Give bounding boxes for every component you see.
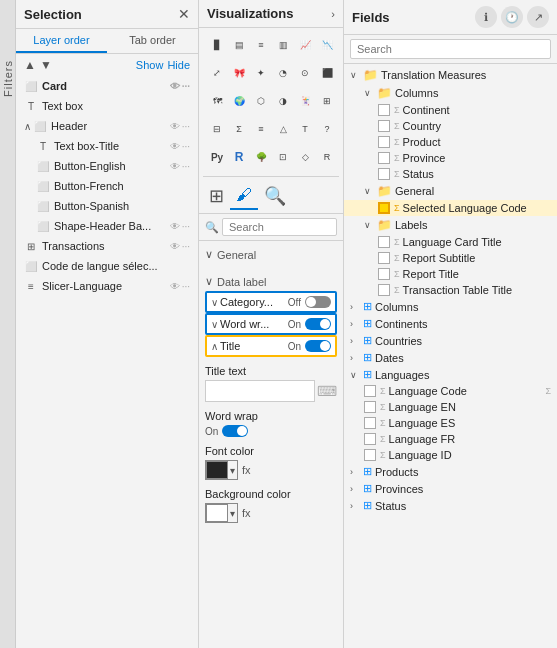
viz-py-icon[interactable]: Py: [207, 147, 227, 167]
list-item[interactable]: Σ Language Card Title: [344, 234, 557, 250]
field-checkbox[interactable]: [378, 284, 390, 296]
viz-table-icon[interactable]: ⊞: [317, 91, 337, 111]
list-item[interactable]: ∧ ⬜ Header 👁 ···: [16, 116, 198, 136]
list-item[interactable]: Σ Status: [344, 166, 557, 182]
tree-group-labels[interactable]: ∨ 📁 Labels: [344, 216, 557, 234]
tree-group-countries[interactable]: › ⊞ Countries: [344, 332, 557, 349]
viz-map-icon[interactable]: 🗺: [207, 91, 227, 111]
wordwrap-toggle-track[interactable]: [305, 318, 331, 330]
list-item[interactable]: Σ Language EN: [344, 399, 557, 415]
viz-pie-icon[interactable]: ◔: [273, 63, 293, 83]
tree-group-columns[interactable]: ∨ 📁 Columns: [344, 84, 557, 102]
tree-group-languages[interactable]: ∨ ⊞ Languages: [344, 366, 557, 383]
viz-paginated-icon[interactable]: R: [317, 147, 337, 167]
move-up-button[interactable]: ▲: [24, 58, 36, 72]
history-button[interactable]: 🕐: [501, 6, 523, 28]
list-item[interactable]: ⊞ Transactions 👁 ···: [16, 236, 198, 256]
list-item[interactable]: ⬜ Button-Spanish: [16, 196, 198, 216]
font-color-box[interactable]: [206, 461, 228, 479]
viz-kpi-icon[interactable]: △: [273, 119, 293, 139]
list-item[interactable]: Σ Country: [344, 118, 557, 134]
list-item[interactable]: T Text box-Title 👁 ···: [16, 136, 198, 156]
viz-filled-map-icon[interactable]: 🌍: [229, 91, 249, 111]
list-item[interactable]: Σ Report Subtitle: [344, 250, 557, 266]
viz-funnel-icon[interactable]: ⬡: [251, 91, 271, 111]
more-icon[interactable]: ···: [182, 81, 190, 92]
list-item[interactable]: ⬜ Button-French: [16, 176, 198, 196]
viz-decomp-icon[interactable]: 🌳: [251, 147, 271, 167]
list-item[interactable]: ≡ Slicer-Language 👁 ···: [16, 276, 198, 296]
expand-icon[interactable]: ∨: [211, 297, 218, 308]
tree-group-translation-measures[interactable]: ∨ 📁 Translation Measures: [344, 66, 557, 84]
field-checkbox[interactable]: [378, 252, 390, 264]
viz-donut-icon[interactable]: ⊙: [295, 63, 315, 83]
show-all-button[interactable]: Show: [136, 59, 164, 71]
bg-color-dropdown-icon[interactable]: ▾: [228, 508, 237, 519]
more-icon[interactable]: ···: [182, 121, 190, 132]
selection-close-button[interactable]: ✕: [178, 6, 190, 22]
visibility-icon[interactable]: 👁: [170, 221, 180, 232]
field-checkbox[interactable]: [378, 236, 390, 248]
field-checkbox[interactable]: [378, 104, 390, 116]
general-section-title[interactable]: ∨ General: [205, 245, 337, 264]
expand-icon[interactable]: ∨: [211, 319, 218, 330]
more-icon[interactable]: ···: [182, 161, 190, 172]
field-checkbox[interactable]: [364, 449, 376, 461]
viz-textbox-icon[interactable]: T: [295, 119, 315, 139]
list-item[interactable]: Σ Language ID: [344, 447, 557, 463]
viz-clustered-bar-icon[interactable]: ≡: [251, 35, 271, 55]
list-item[interactable]: Σ Language Code Σ: [344, 383, 557, 399]
visibility-icon[interactable]: 👁: [170, 81, 180, 92]
title-text-input[interactable]: [205, 380, 315, 402]
visibility-icon[interactable]: 👁: [170, 121, 180, 132]
viz-combo-icon[interactable]: ⤢: [207, 63, 227, 83]
viz-scatter-icon[interactable]: ✦: [251, 63, 271, 83]
viz-search-input[interactable]: [222, 218, 337, 236]
data-label-section-title[interactable]: ∨ Data label: [205, 272, 337, 291]
tab-tab-order[interactable]: Tab order: [107, 29, 198, 53]
viz-100pct-bar-icon[interactable]: ▥: [273, 35, 293, 55]
move-down-button[interactable]: ▼: [40, 58, 52, 72]
tree-group-products[interactable]: › ⊞ Products: [344, 463, 557, 480]
field-checkbox[interactable]: [378, 136, 390, 148]
list-item[interactable]: Σ Province: [344, 150, 557, 166]
tree-group-general[interactable]: ∨ 📁 General: [344, 182, 557, 200]
tree-group-provinces[interactable]: › ⊞ Provinces: [344, 480, 557, 497]
more-icon[interactable]: ···: [182, 281, 190, 292]
viz-card-icon[interactable]: 🃏: [295, 91, 315, 111]
visibility-icon[interactable]: 👁: [170, 281, 180, 292]
more-icon[interactable]: ···: [182, 241, 190, 252]
visibility-icon[interactable]: 👁: [170, 141, 180, 152]
list-item[interactable]: Σ Report Title: [344, 266, 557, 282]
viz-build-tab[interactable]: ⊞: [203, 181, 230, 211]
field-checkbox[interactable]: [364, 401, 376, 413]
viz-waterfall-icon[interactable]: Σ: [229, 119, 249, 139]
viz-qna-icon[interactable]: ?: [317, 119, 337, 139]
list-item[interactable]: Σ Language FR: [344, 431, 557, 447]
list-item[interactable]: ⬜ Code de langue sélec...: [16, 256, 198, 276]
list-item[interactable]: Σ Language ES: [344, 415, 557, 431]
list-item[interactable]: T Text box: [16, 96, 198, 116]
field-checkbox[interactable]: [378, 268, 390, 280]
viz-gauge-icon[interactable]: ◑: [273, 91, 293, 111]
viz-ai-icon[interactable]: ⊡: [273, 147, 293, 167]
category-toggle-track[interactable]: [305, 296, 331, 308]
list-item[interactable]: Σ Selected Language Code: [344, 200, 557, 216]
fields-search-input[interactable]: [350, 39, 551, 59]
field-checkbox[interactable]: [364, 417, 376, 429]
tree-group-continents[interactable]: › ⊞ Continents: [344, 315, 557, 332]
list-item[interactable]: ⬜ Card 👁 ···: [16, 76, 198, 96]
bg-color-fx-button[interactable]: fx: [242, 507, 251, 519]
list-item[interactable]: Σ Product: [344, 134, 557, 150]
title-toggle[interactable]: On: [288, 340, 331, 352]
viz-expand-button[interactable]: ›: [331, 8, 335, 20]
font-color-fx-button[interactable]: fx: [242, 464, 251, 476]
word-wrap-toggle-track[interactable]: [222, 425, 248, 437]
viz-stacked-bar-icon[interactable]: ▤: [229, 35, 249, 55]
viz-analytics-tab[interactable]: 🔍: [258, 181, 292, 211]
field-checkbox[interactable]: [364, 385, 376, 397]
more-icon[interactable]: ···: [182, 141, 190, 152]
visibility-icon[interactable]: 👁: [170, 241, 180, 252]
list-item[interactable]: ⬜ Button-English 👁 ···: [16, 156, 198, 176]
list-item[interactable]: Σ Transaction Table Title: [344, 282, 557, 298]
